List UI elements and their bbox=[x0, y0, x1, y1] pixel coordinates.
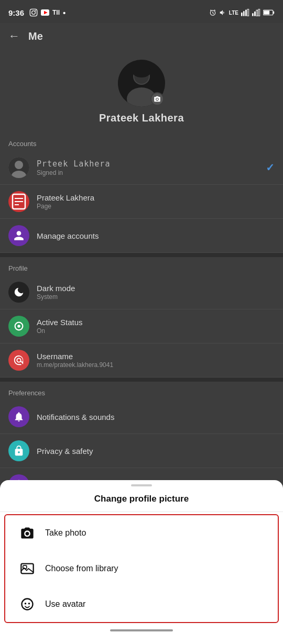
svg-rect-8 bbox=[245, 10, 247, 16]
svg-point-33 bbox=[22, 599, 33, 610]
account-main-item[interactable]: Prteek Lakhera Signed in ✓ bbox=[0, 151, 283, 185]
notifications-item[interactable]: Notifications & sounds bbox=[0, 400, 283, 434]
camera-badge-icon bbox=[154, 95, 161, 103]
take-photo-label: Take photo bbox=[45, 528, 86, 538]
person-icon bbox=[13, 230, 25, 241]
privacy-item[interactable]: Privacy & safety bbox=[0, 434, 283, 468]
main-account-avatar bbox=[8, 157, 29, 178]
lock-icon bbox=[13, 445, 25, 457]
svg-rect-15 bbox=[264, 10, 269, 14]
preferences-label: Preferences bbox=[0, 382, 283, 400]
divider-2 bbox=[0, 377, 283, 382]
notifications-text: Notifications & sounds bbox=[37, 413, 275, 421]
accounts-label: Accounts bbox=[0, 132, 283, 151]
sheet-title: Change profile picture bbox=[0, 488, 283, 512]
notifications-title: Notifications & sounds bbox=[37, 413, 275, 421]
username-sub: m.me/prateek.lakhera.9041 bbox=[37, 361, 275, 369]
status-time: 9:36 TII • bbox=[8, 8, 66, 17]
bell-icon bbox=[13, 411, 25, 423]
notifications-icon-wrap bbox=[8, 406, 29, 427]
avatar-face-icon-wrap bbox=[18, 595, 37, 614]
header: ← Me bbox=[0, 23, 283, 49]
take-photo-item[interactable]: Take photo bbox=[5, 515, 278, 551]
camera-icon-wrap bbox=[18, 524, 37, 542]
dark-mode-text: Dark mode System bbox=[37, 284, 275, 301]
profile-label: Profile bbox=[0, 257, 283, 275]
account-page-title: Prateek Lakhera bbox=[37, 193, 275, 202]
lte-icon: LTE bbox=[229, 10, 238, 16]
signal2-icon bbox=[252, 9, 260, 16]
image-icon-wrap bbox=[18, 559, 37, 578]
svg-point-34 bbox=[25, 603, 27, 605]
drag-handle-container bbox=[0, 480, 283, 488]
svg-point-1 bbox=[32, 11, 36, 15]
privacy-icon-wrap bbox=[8, 440, 29, 461]
svg-rect-13 bbox=[258, 9, 260, 16]
username-text: Username m.me/prateek.lakhera.9041 bbox=[37, 352, 275, 369]
privacy-text: Privacy & safety bbox=[37, 447, 275, 456]
avatar-face-icon bbox=[20, 597, 35, 612]
manage-accounts-icon bbox=[8, 225, 29, 246]
account-main-text: Prteek Lakhera Signed in bbox=[37, 159, 266, 176]
svg-rect-10 bbox=[252, 13, 254, 16]
dot-icon: • bbox=[63, 8, 66, 17]
active-status-sub: On bbox=[37, 327, 275, 335]
active-status-title: Active Status bbox=[37, 318, 275, 327]
instagram-icon bbox=[29, 8, 38, 17]
choose-library-item[interactable]: Choose from library bbox=[5, 551, 278, 586]
sheet-options-bordered: Take photo Choose from library bbox=[4, 514, 279, 623]
manage-accounts-item[interactable]: Manage accounts bbox=[0, 219, 283, 253]
back-button[interactable]: ← bbox=[8, 29, 20, 43]
account-main-title: Prteek Lakhera bbox=[37, 159, 266, 169]
alarm-icon bbox=[209, 9, 216, 16]
youtube-icon bbox=[41, 9, 49, 16]
account-main-check: ✓ bbox=[266, 161, 275, 174]
account-main-icon bbox=[8, 157, 29, 178]
use-avatar-label: Use avatar bbox=[45, 599, 85, 609]
divider-1 bbox=[0, 253, 283, 257]
volume-icon bbox=[219, 9, 226, 16]
svg-rect-9 bbox=[247, 9, 249, 16]
svg-point-30 bbox=[17, 325, 20, 328]
account-page-text: Prateek Lakhera Page bbox=[37, 193, 275, 210]
svg-rect-6 bbox=[241, 13, 243, 16]
carrier-icon: TII bbox=[52, 9, 60, 16]
account-page-sub: Page bbox=[37, 203, 275, 210]
drag-handle bbox=[131, 484, 152, 486]
profile-name: Prateek Lakhera bbox=[99, 112, 184, 124]
manage-accounts-text: Manage accounts bbox=[37, 231, 275, 240]
camera-badge bbox=[150, 92, 164, 106]
battery-icon bbox=[263, 9, 275, 16]
svg-rect-16 bbox=[273, 12, 274, 14]
status-bar: 9:36 TII • LTE bbox=[0, 0, 283, 23]
home-bar bbox=[110, 629, 173, 631]
status-right-icons: LTE bbox=[209, 9, 275, 16]
dark-mode-icon-wrap bbox=[8, 282, 29, 303]
dark-mode-item[interactable]: Dark mode System bbox=[0, 275, 283, 309]
at-icon bbox=[13, 354, 25, 366]
use-avatar-item[interactable]: Use avatar bbox=[5, 586, 278, 622]
username-icon-wrap bbox=[8, 350, 29, 371]
camera-icon bbox=[20, 526, 35, 540]
dark-mode-sub: System bbox=[37, 293, 275, 301]
account-main-sub: Signed in bbox=[37, 169, 266, 176]
svg-rect-0 bbox=[30, 9, 37, 16]
bottom-sheet: Change profile picture Take photo bbox=[0, 488, 283, 644]
page-account-icon bbox=[8, 191, 29, 212]
profile-avatar-wrap[interactable] bbox=[118, 60, 165, 107]
moon-icon bbox=[13, 286, 25, 298]
manage-accounts-title: Manage accounts bbox=[37, 231, 275, 240]
active-status-text: Active Status On bbox=[37, 318, 275, 335]
active-status-icon bbox=[13, 320, 25, 332]
svg-point-35 bbox=[28, 603, 30, 605]
account-page-item[interactable]: Prateek Lakhera Page bbox=[0, 185, 283, 219]
bottom-sheet-overlay: Change profile picture Take photo bbox=[0, 480, 283, 644]
active-status-item[interactable]: Active Status On bbox=[0, 309, 283, 343]
svg-point-2 bbox=[35, 10, 36, 11]
choose-library-label: Choose from library bbox=[45, 564, 118, 573]
active-status-icon-wrap bbox=[8, 316, 29, 337]
username-item[interactable]: Username m.me/prateek.lakhera.9041 bbox=[0, 343, 283, 377]
profile-section: Prateek Lakhera bbox=[0, 49, 283, 132]
account-page-icon bbox=[8, 191, 29, 212]
svg-point-21 bbox=[132, 65, 151, 77]
